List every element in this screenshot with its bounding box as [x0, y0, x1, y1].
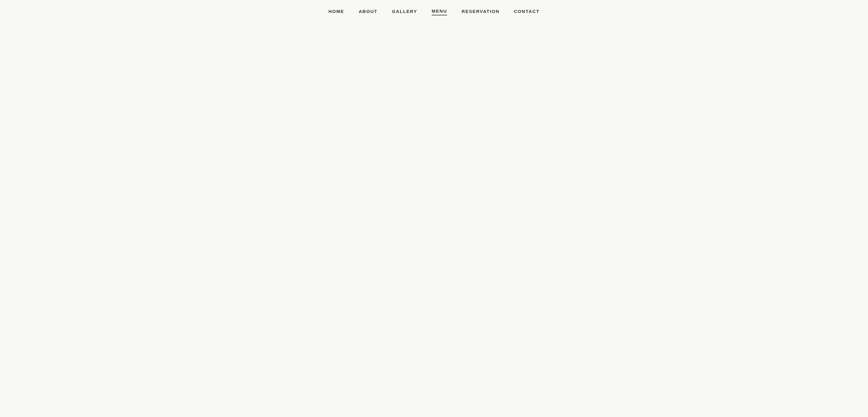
- nav-item-gallery[interactable]: GALLERY: [392, 9, 417, 15]
- navigation: HOMEABOUTGALLERYMENURESERVATIONCONTACT: [0, 0, 868, 22]
- nav-item-about[interactable]: ABOUT: [359, 9, 377, 15]
- nav-item-contact[interactable]: CONTACT: [514, 9, 540, 15]
- nav-item-home[interactable]: HOME: [328, 9, 344, 15]
- nav-item-reservation[interactable]: RESERVATION: [462, 9, 500, 15]
- nav-item-menu[interactable]: MENU: [432, 8, 447, 16]
- menu-content: [193, 22, 675, 49]
